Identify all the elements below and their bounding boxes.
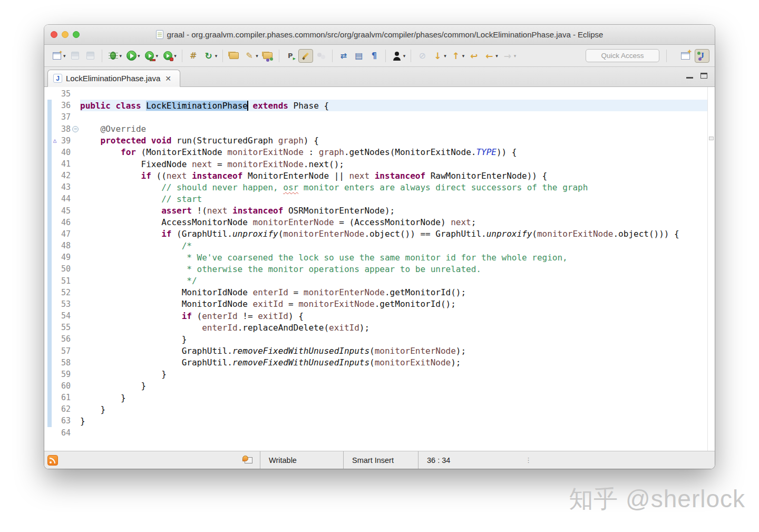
open-perspective-button[interactable] xyxy=(678,49,693,63)
code-text[interactable]: */ xyxy=(80,275,707,287)
code-line-44[interactable]: 44 // start xyxy=(47,193,707,205)
code-line-61[interactable]: 61 } xyxy=(47,392,707,403)
show-whitespace-button[interactable]: ¶ xyxy=(367,49,382,63)
code-line-50[interactable]: 50 * otherwise the monitor operations ap… xyxy=(47,263,707,275)
code-line-45[interactable]: 45 assert !(next instanceof OSRMonitorEn… xyxy=(47,205,707,217)
code-text[interactable]: for (MonitorExitNode monitorExitNode : g… xyxy=(80,147,707,158)
quick-access-input[interactable] xyxy=(586,49,659,62)
code-text[interactable]: // should never happen, osr monitor ente… xyxy=(80,181,707,193)
code-line-54[interactable]: 54 if (enterId != exitId) { xyxy=(47,310,707,322)
debug-button[interactable]: ▾ xyxy=(106,49,124,63)
new-java-project-button[interactable]: # xyxy=(186,49,201,63)
debug-dropdown-icon[interactable]: ▾ xyxy=(120,53,122,59)
code-area[interactable]: 3536public class LockEliminationPhase ex… xyxy=(44,87,707,451)
code-line-55[interactable]: 55 enterId.replaceAndDelete(exitId); xyxy=(47,322,707,333)
code-text[interactable]: GraphUtil.removeFixedWithUnusedInputs(mo… xyxy=(80,345,707,356)
code-text[interactable]: /* xyxy=(80,240,707,252)
minimize-window-button[interactable] xyxy=(62,31,69,38)
code-line-38[interactable]: 38− @Override xyxy=(47,123,707,134)
zoom-window-button[interactable] xyxy=(73,31,80,38)
code-text[interactable]: if ((next instanceof MonitorEnterNode ||… xyxy=(80,170,707,181)
code-line-40[interactable]: 40 for (MonitorExitNode monitorExitNode … xyxy=(47,147,707,158)
code-text[interactable]: } xyxy=(80,369,707,380)
forward-history-dropdown-icon[interactable]: ▾ xyxy=(514,53,517,59)
tab-lockeliminationphase[interactable]: J LockEliminationPhase.java ✕ xyxy=(47,70,180,87)
code-line-64[interactable]: 64 xyxy=(47,427,707,439)
code-line-49[interactable]: 49 * We've coarsened the lock so use the… xyxy=(47,252,707,263)
run-dropdown-icon[interactable]: ▾ xyxy=(138,53,140,59)
fold-collapse-icon[interactable]: − xyxy=(71,126,80,132)
format-brush-button[interactable] xyxy=(298,49,313,63)
code-text[interactable]: FixedNode next = monitorExitNode.next(); xyxy=(80,158,707,170)
next-annotation-button[interactable]: ↓▾ xyxy=(430,49,448,63)
code-text[interactable]: * otherwise the monitor operations appea… xyxy=(80,263,707,275)
update-project-dropdown-icon[interactable]: ▾ xyxy=(215,53,218,59)
code-text[interactable]: } xyxy=(80,392,707,403)
code-line-60[interactable]: 60 } xyxy=(47,380,707,392)
code-text[interactable]: * We've coarsened the lock so use the sa… xyxy=(80,252,707,263)
code-line-41[interactable]: 41 FixedNode next = monitorExitNode.next… xyxy=(47,158,707,170)
code-line-63[interactable]: 63} xyxy=(47,415,707,427)
occurrence-marker[interactable] xyxy=(709,137,714,140)
code-text[interactable]: enterId.replaceAndDelete(exitId); xyxy=(80,322,707,333)
coverage-dropdown-icon[interactable]: ▾ xyxy=(156,53,159,59)
code-text[interactable]: protected void run(StructuredGraph graph… xyxy=(80,135,707,147)
show-documents-button[interactable]: ▤ xyxy=(352,49,366,63)
back-history-dropdown-icon[interactable]: ▾ xyxy=(495,53,498,59)
coverage-button[interactable]: ▾ xyxy=(142,49,160,63)
close-window-button[interactable] xyxy=(51,31,57,38)
code-text[interactable] xyxy=(80,88,707,100)
previous-annotation-button[interactable]: ↑▾ xyxy=(449,49,466,63)
feed-icon[interactable] xyxy=(47,455,58,466)
trim-overflow-handle[interactable]: ⋮ xyxy=(525,456,532,464)
plugin-navigate-button[interactable]: P xyxy=(283,49,298,63)
overview-ruler[interactable] xyxy=(707,87,715,451)
code-line-58[interactable]: 58 GraphUtil.removeFixedWithUnusedInputs… xyxy=(47,357,707,369)
code-line-36[interactable]: 36public class LockEliminationPhase exte… xyxy=(47,100,707,111)
code-line-59[interactable]: 59 } xyxy=(47,369,707,380)
code-text[interactable]: public class LockEliminationPhase extend… xyxy=(80,100,707,111)
code-line-43[interactable]: 43 // should never happen, osr monitor e… xyxy=(47,181,707,193)
title-bar[interactable]: graal - org.graalvm.compiler.phases.comm… xyxy=(44,25,715,45)
code-text[interactable]: if (GraphUtil.unproxify(monitorEnterNode… xyxy=(80,228,707,240)
code-line-52[interactable]: 52 MonitorIdNode enterId = monitorEnterN… xyxy=(47,287,707,298)
user-account-button[interactable]: ▾ xyxy=(390,49,407,63)
back-history-button[interactable]: ←▾ xyxy=(482,49,500,63)
code-text[interactable] xyxy=(80,111,707,123)
code-text[interactable]: } xyxy=(80,380,707,392)
update-project-button[interactable]: ↻▾ xyxy=(201,49,219,63)
code-text[interactable]: assert !(next instanceof OSRMonitorEnter… xyxy=(80,205,707,217)
code-line-35[interactable]: 35 xyxy=(47,88,707,100)
java-perspective-button[interactable]: J xyxy=(695,49,709,63)
code-editor[interactable]: 3536public class LockEliminationPhase ex… xyxy=(44,87,715,451)
code-text[interactable]: GraphUtil.removeFixedWithUnusedInputs(mo… xyxy=(80,357,707,369)
code-line-57[interactable]: 57 GraphUtil.removeFixedWithUnusedInputs… xyxy=(47,345,707,356)
new-wizard-button[interactable]: ▾ xyxy=(50,49,67,63)
code-line-51[interactable]: 51 */ xyxy=(47,275,707,287)
code-line-37[interactable]: 37 xyxy=(47,111,707,123)
next-annotation-dropdown-icon[interactable]: ▾ xyxy=(444,53,446,59)
code-text[interactable]: MonitorIdNode exitId = monitorExitNode.g… xyxy=(80,298,707,310)
search-pencil-dropdown-icon[interactable]: ▾ xyxy=(256,53,258,59)
profile-dropdown-icon[interactable]: ▾ xyxy=(174,53,177,59)
code-line-48[interactable]: 48 /* xyxy=(47,240,707,252)
code-line-56[interactable]: 56 } xyxy=(47,333,707,345)
code-line-62[interactable]: 62 } xyxy=(47,403,707,415)
code-text[interactable]: MonitorIdNode enterId = monitorEnterNode… xyxy=(80,287,707,298)
user-account-dropdown-icon[interactable]: ▾ xyxy=(403,53,406,59)
open-task-button[interactable] xyxy=(227,49,241,63)
maximize-view-button[interactable] xyxy=(700,73,707,79)
new-wizard-dropdown-icon[interactable]: ▾ xyxy=(63,53,66,59)
code-text[interactable]: } xyxy=(80,333,707,345)
code-line-53[interactable]: 53 MonitorIdNode exitId = monitorExitNod… xyxy=(47,298,707,310)
code-text[interactable]: // start xyxy=(80,193,707,205)
code-line-39[interactable]: △39 protected void run(StructuredGraph g… xyxy=(47,135,707,147)
last-edit-location-button[interactable]: ↩ xyxy=(466,49,481,63)
link-with-editor-button[interactable]: ⇄ xyxy=(336,49,351,63)
previous-annotation-dropdown-icon[interactable]: ▾ xyxy=(462,53,465,59)
code-text[interactable]: } xyxy=(80,403,707,415)
run-button[interactable]: ▾ xyxy=(124,49,142,63)
open-type-folder-button[interactable] xyxy=(260,49,275,63)
code-text[interactable]: if (enterId != exitId) { xyxy=(80,310,707,322)
code-text[interactable]: @Override xyxy=(80,123,707,134)
